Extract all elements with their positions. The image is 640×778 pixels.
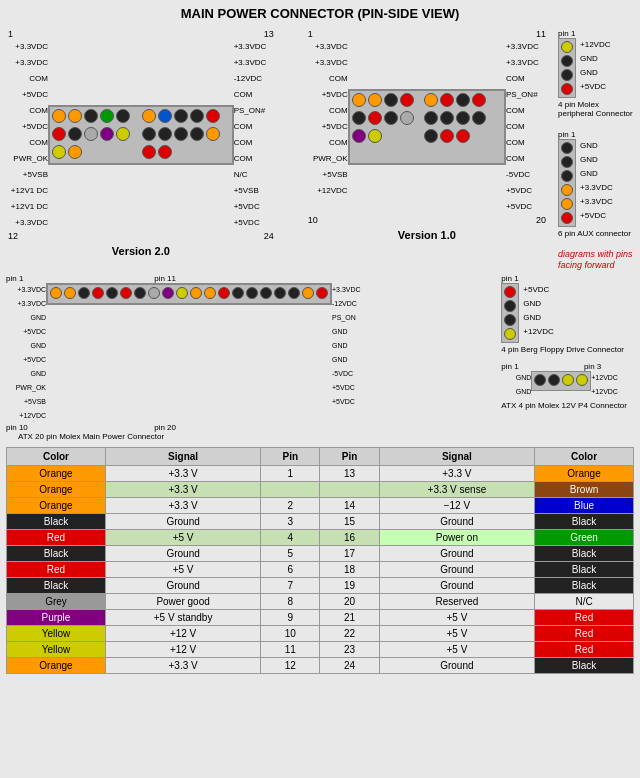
color-cell-right: Black xyxy=(535,658,634,674)
molex4-pin1-label: pin 1 xyxy=(558,29,634,38)
p4-title: ATX 4 pin Molex 12V P4 Connector xyxy=(501,401,631,410)
color-cell-right: Red xyxy=(535,626,634,642)
pin-cell-right: 22 xyxy=(320,626,379,642)
table-row: Purple+5 V standby921+5 VRed xyxy=(7,610,634,626)
aux6-grid xyxy=(558,139,576,227)
pin-cell-right: 14 xyxy=(320,498,379,514)
signal-cell-right: Ground xyxy=(379,514,534,530)
pin-cell-right: 17 xyxy=(320,546,379,562)
table-row: BlackGround315GroundBlack xyxy=(7,514,634,530)
p4-grid: GNDGND+12VDC+12VDC xyxy=(501,371,631,399)
pin-cell-right: 13 xyxy=(320,466,379,482)
floppy-grid xyxy=(501,283,519,343)
color-cell-left: Black xyxy=(7,546,106,562)
color-cell-right: Red xyxy=(535,610,634,626)
table-row: Orange+3.3 V113+3.3 VOrange xyxy=(7,466,634,482)
v10-grid: +3.3VDC+3.3VDCCOM+5VDCCOM+5VDCCOMPWR_OK+… xyxy=(306,39,548,215)
pin-cell-right: 16 xyxy=(320,530,379,546)
pin-cell-right xyxy=(320,482,379,498)
second-diagrams: pin 1 pin 11 +3.3VDC+3.3VDCGND+5VDCGND+5… xyxy=(6,274,634,441)
signal-cell-right: +5 V xyxy=(379,610,534,626)
table-row: Red+5 V618GroundBlack xyxy=(7,562,634,578)
v10-connector: 1 11 +3.3VDC+3.3VDCCOM+5VDCCOM+5VDCCOMPW… xyxy=(306,29,548,241)
pin-cell-left xyxy=(261,482,320,498)
floppy-p4-section: pin 1 +5VDCGNDGND+12VDC 4 pin Berg Flopp… xyxy=(501,274,634,410)
th-pin-right: Pin xyxy=(320,448,379,466)
color-cell-right: Black xyxy=(535,514,634,530)
table-row: Yellow+12 V1022+5 VRed xyxy=(7,626,634,642)
color-cell-right: N/C xyxy=(535,594,634,610)
main-container: MAIN POWER CONNECTOR (PIN-SIDE VIEW) 1 1… xyxy=(0,0,640,680)
signal-cell-right: Ground xyxy=(379,562,534,578)
color-cell-left: Yellow xyxy=(7,626,106,642)
signal-cell-right: Ground xyxy=(379,578,534,594)
diagrams-note-label: diagrams with pins facing forward xyxy=(558,248,634,270)
table-row: BlackGround517GroundBlack xyxy=(7,546,634,562)
th-pin-left: Pin xyxy=(261,448,320,466)
aux6-title: 6 pin AUX connector xyxy=(558,229,631,238)
v10-label: Version 1.0 xyxy=(398,229,456,241)
v10-col-numbers-bot: 10 20 xyxy=(306,215,548,225)
color-cell-left: Orange xyxy=(7,658,106,674)
pin-cell-left: 3 xyxy=(261,514,320,530)
signal-cell-right: +5 V xyxy=(379,642,534,658)
pin-cell-left: 4 xyxy=(261,530,320,546)
color-cell-left: Purple xyxy=(7,610,106,626)
atx20-pin-labels-bot: pin 10 pin 20 xyxy=(6,423,176,432)
color-cell-left: Orange xyxy=(7,498,106,514)
floppy-labels: +5VDCGNDGND+12VDC xyxy=(523,283,553,339)
color-cell-left: Grey xyxy=(7,594,106,610)
signal-cell-left: +3.3 V xyxy=(105,658,260,674)
color-cell-right: Red xyxy=(535,642,634,658)
signal-cell-right: +3.3 V sense xyxy=(379,482,534,498)
pin-cell-left: 5 xyxy=(261,546,320,562)
table-row: Yellow+12 V1123+5 VRed xyxy=(7,642,634,658)
molex4-grid xyxy=(558,38,576,98)
color-cell-right: Black xyxy=(535,578,634,594)
signal-cell-left: +12 V xyxy=(105,642,260,658)
color-cell-left: Orange xyxy=(7,482,106,498)
signal-cell-right: Power on xyxy=(379,530,534,546)
p4-section: pin 1 pin 3 GNDGND+12VDC+12VDC ATX 4 pin… xyxy=(501,362,631,410)
color-cell-left: Red xyxy=(7,530,106,546)
molex4-labels: +12VDCGNDGND+5VDC xyxy=(580,38,610,94)
aux6-pin1-label: pin 1 xyxy=(558,130,631,139)
molex4-connector: pin 1 +12VDCGNDGND+5VDC 4 pin Molex peri… xyxy=(558,29,634,118)
signal-cell-left: +5 V xyxy=(105,530,260,546)
th-signal-right: Signal xyxy=(379,448,534,466)
color-cell-left: Yellow xyxy=(7,642,106,658)
v10-col-numbers-top: 1 11 xyxy=(306,29,548,39)
pin-cell-left: 2 xyxy=(261,498,320,514)
floppy-pin1-label: pin 1 xyxy=(501,274,624,283)
pin-cell-right: 24 xyxy=(320,658,379,674)
color-cell-right: Green xyxy=(535,530,634,546)
signal-cell-right: Ground xyxy=(379,658,534,674)
color-cell-right: Blue xyxy=(535,498,634,514)
atx20-title: ATX 20 pin Molex Main Power Connector xyxy=(6,432,176,441)
pin-cell-left: 11 xyxy=(261,642,320,658)
signal-cell-left: +3.3 V xyxy=(105,498,260,514)
floppy-title: 4 pin Berg Floppy Drive Connector xyxy=(501,345,624,354)
color-cell-right: Orange xyxy=(535,466,634,482)
pin-cell-right: 20 xyxy=(320,594,379,610)
table-row: Red+5 V416Power onGreen xyxy=(7,530,634,546)
color-cell-right: Black xyxy=(535,562,634,578)
signal-cell-left: +5 V xyxy=(105,562,260,578)
pin-cell-right: 18 xyxy=(320,562,379,578)
floppy-section: pin 1 +5VDCGNDGND+12VDC 4 pin Berg Flopp… xyxy=(501,274,624,354)
th-signal-left: Signal xyxy=(105,448,260,466)
molex4-title: 4 pin Molex peripheral Connector xyxy=(558,100,634,118)
pin-cell-right: 19 xyxy=(320,578,379,594)
signal-cell-left: +5 V standby xyxy=(105,610,260,626)
atx20-section: pin 1 pin 11 +3.3VDC+3.3VDCGND+5VDCGND+5… xyxy=(6,274,372,441)
table-header-row: Color Signal Pin Pin Signal Color xyxy=(7,448,634,466)
right-connectors: pin 1 +12VDCGNDGND+5VDC 4 pin Molex peri… xyxy=(558,29,634,270)
color-cell-right: Brown xyxy=(535,482,634,498)
table-body: Orange+3.3 V113+3.3 VOrangeOrange+3.3 V+… xyxy=(7,466,634,674)
pin-cell-left: 12 xyxy=(261,658,320,674)
v20-label: Version 2.0 xyxy=(112,245,170,257)
p4-pin-labels: pin 1 pin 3 xyxy=(501,362,601,371)
signal-cell-right: Reserved xyxy=(379,594,534,610)
color-cell-left: Black xyxy=(7,578,106,594)
table-row: Orange+3.3 V214−12 VBlue xyxy=(7,498,634,514)
